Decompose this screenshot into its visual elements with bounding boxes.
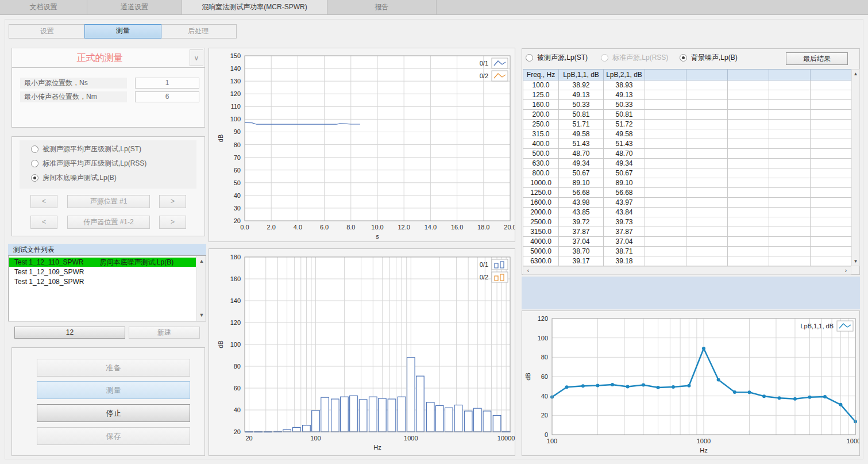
- table-cell[interactable]: 89.10: [559, 178, 604, 188]
- table-cell[interactable]: 1000.0: [523, 178, 559, 188]
- table-cell[interactable]: 38.92: [559, 80, 604, 90]
- table-cell[interactable]: 6300.0: [523, 256, 559, 266]
- table-cell[interactable]: [811, 237, 852, 247]
- source-position-prev-button[interactable]: <: [30, 195, 57, 208]
- table-cell[interactable]: 2000.0: [523, 208, 559, 217]
- table-cell[interactable]: 43.97: [604, 198, 645, 208]
- table-cell[interactable]: 3150.0: [523, 227, 559, 237]
- table-cell[interactable]: [811, 198, 852, 208]
- file-list-item[interactable]: Test 1_12_109_SPWR: [9, 267, 196, 277]
- table-cell[interactable]: [769, 217, 811, 227]
- table-cell[interactable]: [811, 208, 852, 217]
- result-radio-lp-rss[interactable]: 标准声源,Lp(RSS): [601, 52, 668, 63]
- table-cell[interactable]: [728, 159, 769, 168]
- table-cell[interactable]: [728, 120, 769, 129]
- table-header-cell[interactable]: LpB,1,1, dB: [559, 70, 604, 80]
- table-cell[interactable]: 800.0: [523, 168, 559, 178]
- table-cell[interactable]: 51.43: [604, 139, 645, 149]
- table-cell[interactable]: [728, 247, 769, 256]
- table-cell[interactable]: [769, 159, 811, 168]
- scroll-up-icon[interactable]: ▲: [197, 257, 206, 266]
- table-cell[interactable]: [728, 188, 769, 198]
- table-cell[interactable]: 51.72: [604, 120, 645, 129]
- table-cell[interactable]: [645, 247, 686, 256]
- table-cell[interactable]: 48.70: [559, 149, 604, 159]
- measure-button[interactable]: 测量: [37, 381, 190, 399]
- table-cell[interactable]: 89.10: [604, 178, 645, 188]
- table-cell[interactable]: [811, 129, 852, 139]
- table-cell[interactable]: [728, 129, 769, 139]
- table-cell[interactable]: [769, 256, 811, 266]
- file-list-scrollbar[interactable]: ▲ ▼: [196, 256, 206, 321]
- table-cell[interactable]: [769, 198, 811, 208]
- table-vertical-scrollbar[interactable]: ▲ ▼: [851, 69, 860, 266]
- table-cell[interactable]: 37.04: [604, 237, 645, 247]
- file-listbox[interactable]: Test 1_12_110_SPWR房间本底噪声测试,Lp(B)Test 1_1…: [8, 255, 206, 321]
- table-cell[interactable]: [686, 159, 728, 168]
- radio-lp-rss[interactable]: 标准声源平均声压级测试,Lp(RSS): [31, 159, 146, 168]
- prepare-button[interactable]: 准备: [37, 359, 190, 377]
- table-row[interactable]: 1600.043.9843.97: [523, 198, 852, 208]
- table-cell[interactable]: 100.0: [523, 80, 559, 90]
- table-cell[interactable]: [686, 188, 728, 198]
- table-row[interactable]: 400.051.4351.43: [523, 139, 852, 149]
- table-cell[interactable]: 38.93: [604, 80, 645, 90]
- table-cell[interactable]: 51.43: [559, 139, 604, 149]
- table-header-cell[interactable]: [728, 70, 769, 80]
- table-cell[interactable]: [728, 198, 769, 208]
- source-position-next-button[interactable]: >: [159, 195, 186, 208]
- table-cell[interactable]: 37.87: [559, 227, 604, 237]
- table-cell[interactable]: 160.0: [523, 100, 559, 110]
- table-cell[interactable]: 37.87: [604, 227, 645, 237]
- table-header-cell[interactable]: [645, 70, 686, 80]
- table-cell[interactable]: [686, 90, 728, 100]
- table-cell[interactable]: [811, 80, 852, 90]
- table-cell[interactable]: 50.67: [604, 168, 645, 178]
- table-header-cell[interactable]: [686, 70, 728, 80]
- table-cell[interactable]: 39.18: [604, 256, 645, 266]
- table-cell[interactable]: [645, 227, 686, 237]
- table-cell[interactable]: [728, 217, 769, 227]
- table-cell[interactable]: [645, 110, 686, 120]
- min-source-positions-field[interactable]: 1: [135, 78, 199, 89]
- table-row[interactable]: 1000.089.1089.10: [523, 178, 852, 188]
- table-cell[interactable]: 200.0: [523, 110, 559, 120]
- result-radio-lp-st[interactable]: 被测声源,Lp(ST): [526, 52, 588, 63]
- table-cell[interactable]: [645, 217, 686, 227]
- table-cell[interactable]: [645, 129, 686, 139]
- radio-lp-b[interactable]: 房间本底噪声测试,Lp(B): [31, 173, 117, 182]
- mic-position-next-button[interactable]: >: [159, 216, 186, 229]
- table-cell[interactable]: [645, 159, 686, 168]
- table-cell[interactable]: [645, 198, 686, 208]
- table-cell[interactable]: 250.0: [523, 120, 559, 129]
- table-cell[interactable]: [686, 208, 728, 217]
- table-cell[interactable]: 56.68: [604, 188, 645, 198]
- table-cell[interactable]: 49.13: [559, 90, 604, 100]
- table-cell[interactable]: [686, 110, 728, 120]
- table-cell[interactable]: [811, 90, 852, 100]
- table-cell[interactable]: 1600.0: [523, 198, 559, 208]
- stop-button[interactable]: 停止: [37, 404, 190, 422]
- table-header-cell[interactable]: [769, 70, 811, 80]
- table-cell[interactable]: [811, 227, 852, 237]
- table-cell[interactable]: [728, 178, 769, 188]
- mic-position-prev-button[interactable]: <: [30, 216, 57, 229]
- table-cell[interactable]: [645, 208, 686, 217]
- table-cell[interactable]: 4000.0: [523, 237, 559, 247]
- table-cell[interactable]: [645, 120, 686, 129]
- table-horizontal-scrollbar[interactable]: ‹ ›: [523, 266, 851, 275]
- table-cell[interactable]: [686, 139, 728, 149]
- radio-lp-st[interactable]: 被测声源平均声压级测试,Lp(ST): [31, 144, 141, 154]
- table-cell[interactable]: [728, 100, 769, 110]
- count-button[interactable]: 12: [14, 327, 125, 339]
- tab-report[interactable]: 报告: [327, 0, 437, 14]
- table-cell[interactable]: 49.13: [604, 90, 645, 100]
- new-file-button[interactable]: 新建: [129, 327, 200, 339]
- table-row[interactable]: 2000.043.8543.84: [523, 208, 852, 217]
- table-row[interactable]: 800.050.6750.67: [523, 168, 852, 178]
- table-cell[interactable]: [728, 168, 769, 178]
- table-cell[interactable]: 39.72: [559, 217, 604, 227]
- table-cell[interactable]: [686, 227, 728, 237]
- table-cell[interactable]: [769, 100, 811, 110]
- table-cell[interactable]: 49.58: [559, 129, 604, 139]
